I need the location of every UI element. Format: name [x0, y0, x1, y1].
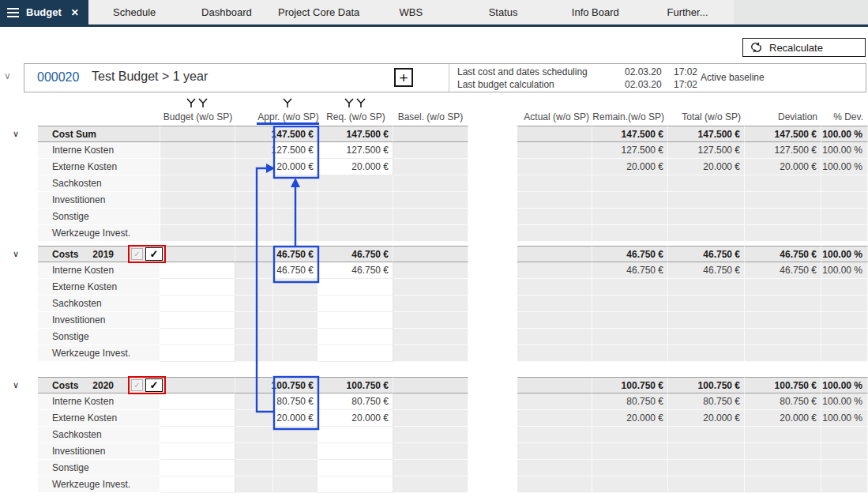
cell-appr[interactable]: 147.500 € [273, 126, 318, 142]
cell-remain[interactable]: 127.500 € [592, 142, 668, 159]
cell-total[interactable] [668, 427, 745, 443]
cell-pdev[interactable] [821, 175, 868, 192]
cell-deviation[interactable]: 147.500 € [745, 126, 821, 142]
cell-deviation[interactable]: 127.500 € [745, 142, 821, 159]
cell-budget[interactable] [160, 329, 235, 345]
cell-pdev[interactable]: 100.00 % [821, 393, 868, 410]
cell-appr[interactable]: 100.750 € [273, 377, 318, 393]
cell-pdev[interactable] [821, 225, 868, 242]
cell-remain[interactable]: 100.750 € [592, 377, 668, 393]
cell-req[interactable] [318, 225, 393, 242]
cell-pdev[interactable] [821, 460, 868, 476]
cell-appr[interactable] [273, 345, 318, 362]
cell-actual[interactable] [517, 345, 592, 362]
cell-req[interactable] [318, 443, 393, 460]
cell-basel[interactable] [393, 312, 468, 329]
cell-basel[interactable] [393, 393, 468, 410]
cell-basel[interactable] [393, 159, 468, 175]
approved-checkbox[interactable]: ✓ [145, 378, 163, 392]
cell-total[interactable]: 80.750 € [668, 393, 745, 410]
cell-actual[interactable] [517, 192, 592, 209]
column-header-actual[interactable]: Actual (w/o SP) [517, 111, 589, 122]
cell-remain[interactable]: 20.000 € [592, 410, 668, 427]
cell-appr[interactable] [273, 329, 318, 345]
cell-pdev[interactable]: 100.00 % [821, 159, 868, 175]
cell-remain[interactable] [592, 476, 668, 493]
cell-basel[interactable] [393, 192, 468, 209]
cell-deviation[interactable] [745, 192, 821, 209]
cell-pdev[interactable]: 100.00 % [821, 142, 868, 159]
tab-schedule[interactable]: Schedule [88, 0, 181, 24]
cell-budget[interactable] [160, 312, 235, 329]
cell-req[interactable] [318, 460, 393, 476]
cell-pdev[interactable] [821, 329, 868, 345]
cell-basel[interactable] [393, 225, 468, 242]
cell-basel[interactable] [393, 329, 468, 345]
cell-basel[interactable] [393, 476, 468, 493]
cell-budget[interactable] [160, 192, 235, 209]
recalculate-button[interactable]: Recalculate [742, 38, 866, 57]
cell-budget[interactable] [160, 126, 235, 142]
column-header-basel[interactable]: Basel. (w/o SP) [389, 111, 472, 122]
cell-total[interactable] [668, 192, 745, 209]
cell-actual[interactable] [517, 246, 592, 262]
cell-total[interactable] [668, 443, 745, 460]
cell-remain[interactable] [592, 312, 668, 329]
cell-budget[interactable] [160, 460, 235, 476]
cell-deviation[interactable] [745, 225, 821, 242]
cell-basel[interactable] [393, 246, 468, 262]
cell-req[interactable] [318, 296, 393, 312]
column-header-appr[interactable]: Appr. (w/o SP) [250, 111, 327, 122]
cell-deviation[interactable]: 80.750 € [745, 393, 821, 410]
cell-pdev[interactable]: 100.00 % [821, 126, 868, 142]
cell-req[interactable]: 20.000 € [318, 410, 393, 427]
cell-req[interactable]: 127.500 € [318, 142, 393, 159]
cell-deviation[interactable] [745, 427, 821, 443]
tab-wbs[interactable]: WBS [365, 0, 457, 24]
tab-info-board[interactable]: Info Board [549, 0, 641, 24]
cell-deviation[interactable] [745, 345, 821, 362]
cell-req[interactable]: 147.500 € [318, 126, 393, 142]
cell-appr[interactable] [273, 225, 318, 242]
cell-remain[interactable] [592, 443, 668, 460]
cell-remain[interactable] [592, 175, 668, 192]
cell-budget[interactable] [160, 159, 235, 175]
cell-total[interactable]: 147.500 € [668, 126, 745, 142]
cell-basel[interactable] [393, 175, 468, 192]
cell-basel[interactable] [393, 460, 468, 476]
cell-basel[interactable] [393, 126, 468, 142]
project-expander-chevron-icon[interactable]: ∨ [4, 70, 11, 81]
budget-filter-icons[interactable] [186, 98, 208, 108]
cell-req[interactable]: 80.750 € [318, 393, 393, 410]
cell-actual[interactable] [517, 262, 592, 279]
cell-appr[interactable] [273, 427, 318, 443]
cell-total[interactable]: 46.750 € [668, 246, 745, 262]
cell-total[interactable]: 20.000 € [668, 159, 745, 175]
cell-appr[interactable] [273, 443, 318, 460]
cell-budget[interactable] [160, 377, 235, 393]
tab-further[interactable]: Further... [641, 0, 734, 24]
cell-remain[interactable] [592, 460, 668, 476]
cell-deviation[interactable]: 20.000 € [745, 159, 821, 175]
cell-deviation[interactable]: 46.750 € [745, 262, 821, 279]
cell-actual[interactable] [517, 329, 592, 345]
cell-pdev[interactable] [821, 209, 868, 225]
cell-req[interactable] [318, 312, 393, 329]
tab-budget[interactable]: Budget ✕ [0, 0, 88, 24]
cell-actual[interactable] [517, 443, 592, 460]
column-header-req[interactable]: Req. (w/o SP) [318, 111, 393, 122]
cell-total[interactable]: 46.750 € [668, 262, 745, 279]
cell-actual[interactable] [517, 142, 592, 159]
cell-actual[interactable] [517, 460, 592, 476]
req-filter-icons[interactable] [344, 98, 366, 108]
cell-remain[interactable]: 46.750 € [592, 246, 668, 262]
add-button[interactable]: + [394, 68, 413, 87]
cell-remain[interactable] [592, 296, 668, 312]
cell-budget[interactable] [160, 175, 235, 192]
cell-pdev[interactable] [821, 279, 868, 296]
cell-deviation[interactable] [745, 209, 821, 225]
cell-req[interactable] [318, 345, 393, 362]
group-expander-chevron-icon[interactable]: ∨ [0, 126, 38, 142]
tab-project-core-data[interactable]: Project Core Data [272, 0, 365, 24]
cell-req[interactable] [318, 329, 393, 345]
